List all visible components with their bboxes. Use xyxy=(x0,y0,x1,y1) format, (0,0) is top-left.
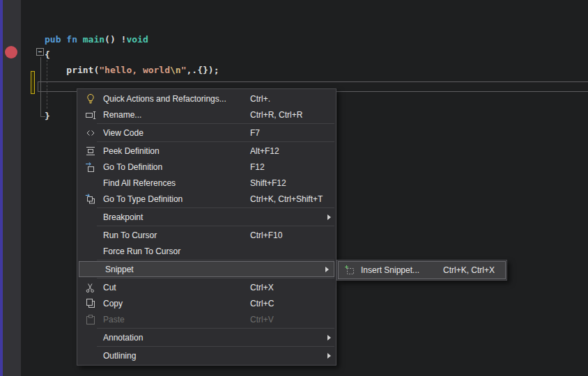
snippet-submenu: Insert Snippet...Ctrl+K, Ctrl+X xyxy=(336,260,507,281)
lightbulb-icon xyxy=(77,93,103,104)
menu-item-breakpoint[interactable]: Breakpoint xyxy=(77,209,336,225)
menu-item-label: Snippet xyxy=(105,265,252,274)
menu-item-label: Go To Type Definition xyxy=(103,194,250,204)
menu-item-view-code[interactable]: View CodeF7 xyxy=(77,125,336,141)
menu-item-quick-actions-and-refactorings[interactable]: Quick Actions and Refactorings...Ctrl+. xyxy=(77,91,336,107)
menu-item-find-all-references[interactable]: Find All ReferencesShift+F12 xyxy=(77,175,336,191)
code-token: pub xyxy=(45,34,61,45)
cut-icon xyxy=(77,282,103,293)
submenu-arrow-icon xyxy=(327,335,331,340)
menu-item-label: View Code xyxy=(103,128,250,138)
menu-item-label: Go To Definition xyxy=(103,162,250,172)
code-token: fn xyxy=(66,34,77,45)
menu-item-label: Paste xyxy=(103,315,250,324)
menu-separator xyxy=(97,226,334,226)
menu-separator xyxy=(97,207,334,208)
menu-item-label: Cut xyxy=(103,283,250,292)
menu-separator xyxy=(97,346,334,347)
menu-item-paste: PasteCtrl+V xyxy=(77,311,336,327)
code-token: () xyxy=(105,34,116,45)
menu-separator xyxy=(97,328,334,329)
code-token: main xyxy=(83,34,105,45)
menu-item-shortcut: F12 xyxy=(250,162,336,172)
code-token xyxy=(77,34,83,45)
menu-item-label: Run To Cursor xyxy=(103,230,250,240)
menu-item-label: Peek Definition xyxy=(103,146,250,156)
menu-item-outlining[interactable]: Outlining xyxy=(77,347,336,363)
menu-item-shortcut: Alt+F12 xyxy=(250,146,336,156)
menu-item-label: Outlining xyxy=(103,351,250,361)
menu-item-run-to-cursor[interactable]: Run To CursorCtrl+F10 xyxy=(77,227,336,243)
menu-item-shortcut: F7 xyxy=(250,128,336,138)
menu-item-label: Find All References xyxy=(103,178,250,188)
menu-item-cut[interactable]: CutCtrl+X xyxy=(77,279,336,295)
menu-item-shortcut: Ctrl+X xyxy=(250,283,336,292)
menu-item-annotation[interactable]: Annotation xyxy=(77,329,336,345)
rename-icon xyxy=(77,109,103,120)
menu-separator xyxy=(97,141,334,142)
menu-separator xyxy=(97,123,334,124)
menu-item-shortcut: Ctrl+K, Ctrl+Shift+T xyxy=(250,194,336,204)
menu-item-label: Insert Snippet... xyxy=(361,265,443,275)
menu-item-label: Rename... xyxy=(103,110,250,120)
code-token: " xyxy=(181,65,187,75)
fold-collapse-icon[interactable]: − xyxy=(36,48,44,56)
breakpoint-dot-icon[interactable] xyxy=(5,46,17,58)
submenu-arrow-icon xyxy=(327,214,331,220)
menu-item-label: Breakpoint xyxy=(103,212,250,222)
menu-item-shortcut: Ctrl+. xyxy=(250,94,336,104)
code-line-2: { xyxy=(45,47,50,63)
code-token: ! xyxy=(116,34,127,45)
menu-item-shortcut: Ctrl+K, Ctrl+X xyxy=(443,265,505,275)
menu-item-shortcut: Ctrl+C xyxy=(250,299,336,308)
menu-item-go-to-type-definition[interactable]: Go To Type DefinitionCtrl+K, Ctrl+Shift+… xyxy=(77,191,336,207)
paste-icon xyxy=(77,314,103,325)
code-token: ,.{}); xyxy=(187,65,219,75)
menu-item-label: Force Run To Cursor xyxy=(103,246,250,256)
go-to-type-definition-icon xyxy=(77,194,103,205)
menu-item-label: Copy xyxy=(103,299,250,308)
menu-separator xyxy=(97,260,334,260)
menu-item-snippet[interactable]: Snippet xyxy=(79,261,334,277)
menu-item-label: Annotation xyxy=(103,333,250,343)
menu-separator xyxy=(97,278,334,279)
code-line-3: print("hello, world\n",.{}); xyxy=(45,63,219,78)
code-token: void xyxy=(126,34,148,45)
submenu-arrow-icon xyxy=(325,267,329,272)
view-code-icon xyxy=(77,127,103,139)
code-token: print( xyxy=(45,65,99,75)
go-to-definition-icon xyxy=(77,162,103,173)
code-line-1: pub fn main() !void xyxy=(45,32,148,47)
copy-icon xyxy=(77,298,103,309)
menu-item-insert-snippet[interactable]: Insert Snippet...Ctrl+K, Ctrl+X xyxy=(338,261,506,279)
menu-item-shortcut: Ctrl+R, Ctrl+R xyxy=(250,110,336,120)
code-token: \n xyxy=(170,65,181,75)
code-token: "hello, world xyxy=(99,65,170,75)
menu-item-shortcut: Shift+F12 xyxy=(250,178,336,188)
code-line-6: } xyxy=(45,109,50,124)
menu-item-go-to-definition[interactable]: Go To DefinitionF12 xyxy=(77,159,336,175)
peek-definition-icon xyxy=(77,146,103,157)
menu-item-shortcut: Ctrl+F10 xyxy=(250,230,336,240)
insert-snippet-icon xyxy=(339,265,361,276)
code-token: } xyxy=(45,111,50,121)
menu-item-peek-definition[interactable]: Peek DefinitionAlt+F12 xyxy=(77,143,336,159)
vs-editor-window: − pub fn main() !void{ print("hello, wor… xyxy=(0,0,588,376)
editor-context-menu: Quick Actions and Refactorings...Ctrl+.R… xyxy=(77,88,336,366)
menu-item-copy[interactable]: CopyCtrl+C xyxy=(77,295,336,311)
changed-lines-indicator xyxy=(31,71,35,94)
breakpoint-gutter[interactable] xyxy=(3,0,21,376)
menu-item-force-run-to-cursor[interactable]: Force Run To Cursor xyxy=(77,243,336,259)
code-token: { xyxy=(45,49,50,60)
menu-item-rename[interactable]: Rename...Ctrl+R, Ctrl+R xyxy=(77,107,336,123)
menu-item-shortcut: Ctrl+V xyxy=(250,315,336,324)
submenu-arrow-icon xyxy=(327,353,331,359)
menu-item-label: Quick Actions and Refactorings... xyxy=(103,94,250,104)
